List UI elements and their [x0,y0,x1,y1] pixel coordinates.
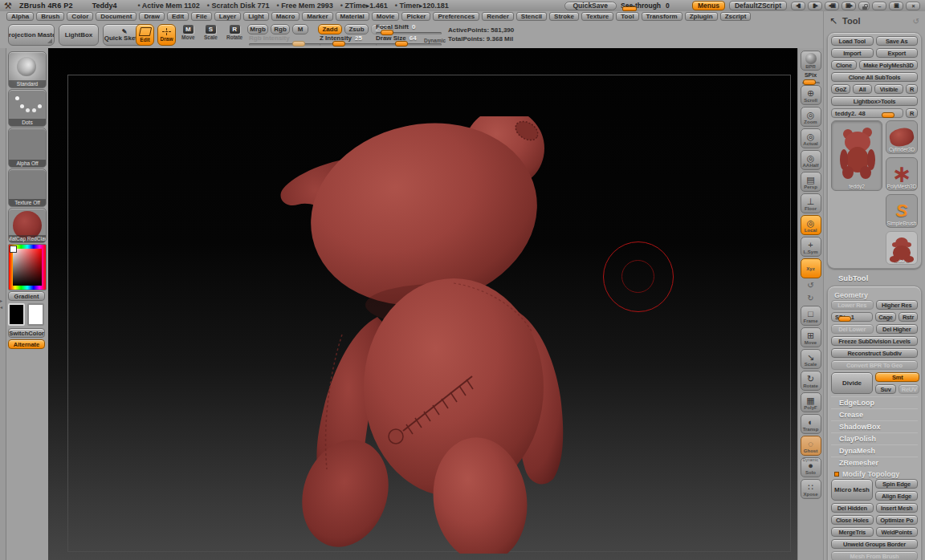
see-through-slider[interactable]: See-through 0 [621,1,688,10]
clone-button[interactable]: Clone [831,60,857,70]
menu-item[interactable]: Light [243,12,269,21]
goz-button[interactable]: GoZ [831,84,850,94]
restore-config-icon[interactable]: ↺ [913,17,919,26]
move-mode-button[interactable]: MMove [181,25,195,40]
del-hidden-button[interactable]: Del Hidden [831,503,874,513]
reconstruct-subdiv-button[interactable]: Reconstruct Subdiv [831,348,918,358]
dynamic-label[interactable]: Dynamic [424,38,446,43]
rotate-button[interactable]: ↻ Rotate [801,371,821,391]
color-picker[interactable] [8,244,47,290]
clone-all-subtools-button[interactable]: Clone All SubTools [831,72,918,82]
subtool-thumbnail[interactable]: SimpleBrush [886,194,918,228]
weld-points-button[interactable]: WeldPoints [876,527,919,537]
polyf-button[interactable]: ▦ PolyF [801,392,821,412]
convert-bpr-button[interactable]: Convert BPR To Geo [831,360,918,370]
subpalette-header[interactable]: EdgeLoop [831,396,918,408]
layout-forward-icon[interactable]: ▣▸ [841,2,856,10]
active-tool-thumbnail[interactable]: teddy2 [831,120,882,191]
lock-icon[interactable] [858,2,870,10]
subpalette-header[interactable]: ShadowBox [831,420,918,432]
m-button[interactable]: M [292,24,308,34]
alternate-button[interactable]: Alternate [8,339,45,349]
document-canvas[interactable] [48,48,797,560]
doc-back-icon[interactable]: ◂▮ [791,2,805,10]
close-icon[interactable]: × [906,2,920,10]
gradient-button[interactable]: Gradient [8,291,45,301]
brush-selector[interactable]: Standard [8,51,47,88]
menu-item[interactable]: Transform [642,12,683,21]
menu-item[interactable]: Marker [302,12,332,21]
geometry-section[interactable]: Geometry [831,290,918,300]
make-polymesh3d-button[interactable]: Make PolyMesh3D [859,60,918,70]
material-selector[interactable]: MatCap RedClay [8,208,47,243]
projection-master-button[interactable]: Projection Master [8,24,55,46]
menu-item[interactable]: Material [336,12,369,21]
menu-item[interactable]: Layer [214,12,241,21]
xyz-button[interactable]: Xyz [801,258,821,278]
menu-item[interactable]: Tool [616,12,638,21]
default-zscript-button[interactable]: DefaultZScript [729,1,787,10]
focal-shift-slider[interactable]: Focal Shift0 [374,23,443,34]
scale-mode-button[interactable]: SScale [204,25,218,40]
current-tool-slider[interactable]: teddy2.48 [831,108,903,118]
scroll-button[interactable]: ⊕ Scroll [801,85,821,105]
menu-item[interactable]: Zscript [720,12,752,21]
subpalette-header[interactable]: Crease [831,408,918,420]
edit-mode-button[interactable]: Edit [136,24,154,46]
smt-button[interactable]: Smt [875,372,919,382]
draw-mode-button[interactable]: Draw [157,24,176,46]
menu-item[interactable]: Movie [372,12,400,21]
cage-button[interactable]: Cage [875,312,896,322]
local-button[interactable]: ◎ Local [801,215,821,235]
menu-item[interactable]: Texture [581,12,613,21]
zoom-button[interactable]: ◎ Zoom [801,107,821,127]
menu-item[interactable]: Macro [271,12,300,21]
lsym-button[interactable]: + L.Sym [801,237,821,257]
mesh-from-brush-button[interactable]: Mesh From Brush [831,551,918,560]
rotate-ccw-button[interactable]: ↺ [801,280,821,291]
menu-item[interactable]: Brush [36,12,64,21]
rgb-button[interactable]: Rgb [271,24,290,34]
subpalette-header[interactable]: DynaMesh [831,444,918,457]
menu-item[interactable]: File [191,12,212,21]
del-lower-button[interactable]: Del Lower [831,324,874,334]
modify-topology-section[interactable]: Modify Topology [831,469,918,479]
xpose-button[interactable]: ∷ Xpose [801,479,821,499]
texture-selector[interactable]: Texture Off [8,168,47,207]
align-edge-button[interactable]: Align Edge [875,491,918,501]
minimize-icon[interactable]: – [872,2,886,10]
spin-edge-button[interactable]: Spin Edge [875,479,918,489]
menus-button[interactable]: Menus [692,1,725,10]
menu-item[interactable]: Stroke [549,12,579,21]
move-button[interactable]: ⊞ Move [801,327,821,347]
alpha-selector[interactable]: Alpha Off [8,128,47,168]
floor-button[interactable]: ⊥ Floor [801,193,821,213]
scale-button[interactable]: ↘ Scale [801,349,821,369]
subtool-thumbnail[interactable]: teddy2 [886,231,918,265]
zadd-button[interactable]: Zadd [318,24,342,34]
tool-palette-header[interactable]: ↖ Tool ↺ [824,11,925,30]
stroke-selector[interactable]: Dots [8,89,47,127]
goz-all-button[interactable]: All [853,84,872,94]
actual-button[interactable]: ◎ Actual [801,128,821,148]
insert-mesh-button[interactable]: Insert Mesh [876,503,919,513]
subpalette-header[interactable]: ZRemesher [831,457,918,469]
subpalette-header[interactable]: ClayPolish [831,432,918,444]
ghost-button[interactable]: ◌ Ghost [801,436,821,456]
rotate-mode-button[interactable]: RRotate [226,25,242,40]
lightbox-button[interactable]: LightBox [59,24,99,46]
reuv-button[interactable]: ReUV [899,384,919,394]
load-tool-button[interactable]: Load Tool [831,36,874,46]
quicksave-button[interactable]: QuickSave [564,2,617,10]
goz-visible-button[interactable]: Visible [874,84,903,94]
freeze-subdivision-button[interactable]: Freeze SubDivision Levels [831,336,918,346]
menu-item[interactable]: Edit [167,12,189,21]
bpr-button[interactable]: BPR [801,51,821,71]
rstr-button[interactable]: Rstr [899,312,918,322]
main-color-swatch[interactable] [8,303,25,326]
menu-item[interactable]: Stencil [516,12,547,21]
export-button[interactable]: Export [876,48,919,58]
menu-item[interactable]: Preferences [433,12,479,21]
menu-item[interactable]: Document [96,12,137,21]
menu-item[interactable]: Picker [401,12,430,21]
